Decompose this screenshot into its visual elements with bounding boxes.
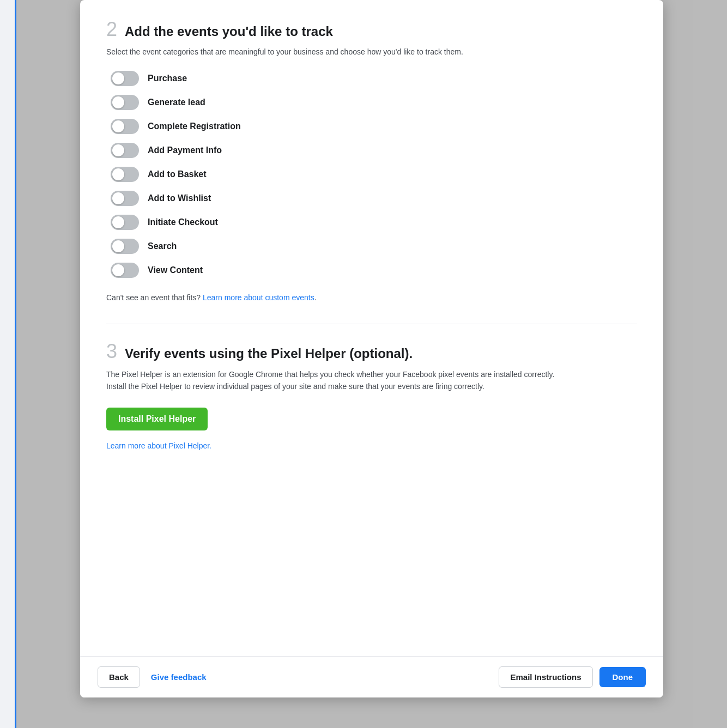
toggle-label-7: Search <box>148 241 177 251</box>
section-2-number: 2 <box>106 20 117 39</box>
pixel-helper-link[interactable]: Learn more about Pixel Helper. <box>106 441 637 450</box>
section-divider <box>106 324 637 324</box>
modal-footer: Back Give feedback Email Instructions Do… <box>80 656 663 697</box>
done-button[interactable]: Done <box>599 667 646 687</box>
modal-backdrop: 2 Add the events you'd like to track Sel… <box>0 0 727 728</box>
toggle-add-to-basket[interactable] <box>111 167 139 182</box>
custom-events-text: Can't see an event that fits? Learn more… <box>106 293 637 302</box>
toggle-label-1: Generate lead <box>148 98 205 107</box>
section-3-number: 3 <box>106 342 117 361</box>
section-3-header: 3 Verify events using the Pixel Helper (… <box>106 342 637 362</box>
toggle-label-5: Add to Wishlist <box>148 193 211 203</box>
section-3: 3 Verify events using the Pixel Helper (… <box>106 342 637 451</box>
modal-body: 2 Add the events you'd like to track Sel… <box>80 0 663 656</box>
toggle-item: Purchase <box>111 71 637 86</box>
toggle-label-6: Initiate Checkout <box>148 217 218 227</box>
toggle-label-4: Add to Basket <box>148 169 207 179</box>
toggle-label-8: View Content <box>148 265 203 275</box>
toggle-item: View Content <box>111 263 637 278</box>
custom-events-link[interactable]: Learn more about custom events <box>203 293 314 302</box>
toggle-label-2: Complete Registration <box>148 122 241 131</box>
section-3-title: Verify events using the Pixel Helper (op… <box>125 346 413 362</box>
give-feedback-button[interactable]: Give feedback <box>151 672 207 682</box>
toggle-item: Initiate Checkout <box>111 215 637 230</box>
pixel-helper-description: The Pixel Helper is an extension for Goo… <box>106 368 575 393</box>
toggle-add-payment-info[interactable] <box>111 143 139 158</box>
toggle-list: PurchaseGenerate leadComplete Registrati… <box>111 71 637 278</box>
back-button[interactable]: Back <box>98 666 140 688</box>
section-2-title: Add the events you'd like to track <box>125 24 333 40</box>
toggle-item: Search <box>111 239 637 254</box>
sidebar-hint <box>0 0 16 728</box>
toggle-label-3: Add Payment Info <box>148 145 222 155</box>
toggle-label-0: Purchase <box>148 74 187 83</box>
toggle-item: Generate lead <box>111 95 637 110</box>
toggle-item: Add Payment Info <box>111 143 637 158</box>
toggle-initiate-checkout[interactable] <box>111 215 139 230</box>
footer-right: Email Instructions Done <box>499 666 646 688</box>
toggle-search[interactable] <box>111 239 139 254</box>
install-pixel-helper-button[interactable]: Install Pixel Helper <box>106 408 208 430</box>
footer-left: Back Give feedback <box>98 666 207 688</box>
toggle-view-content[interactable] <box>111 263 139 278</box>
toggle-item: Add to Wishlist <box>111 191 637 206</box>
section-2-description: Select the event categories that are mea… <box>106 46 575 58</box>
toggle-item: Add to Basket <box>111 167 637 182</box>
toggle-generate-lead[interactable] <box>111 95 139 110</box>
modal-dialog: 2 Add the events you'd like to track Sel… <box>80 0 663 697</box>
email-instructions-button[interactable]: Email Instructions <box>499 666 592 688</box>
toggle-item: Complete Registration <box>111 119 637 134</box>
section-2: 2 Add the events you'd like to track Sel… <box>106 20 637 302</box>
toggle-purchase[interactable] <box>111 71 139 86</box>
section-2-header: 2 Add the events you'd like to track <box>106 20 637 40</box>
toggle-complete-registration[interactable] <box>111 119 139 134</box>
toggle-add-to-wishlist[interactable] <box>111 191 139 206</box>
